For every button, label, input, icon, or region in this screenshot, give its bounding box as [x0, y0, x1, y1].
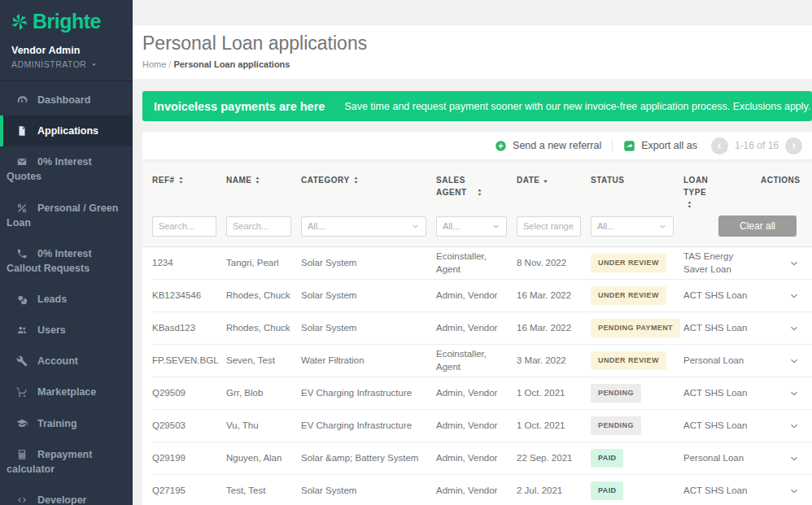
banner-headline: Invoiceless payments are here: [154, 100, 325, 113]
chevron-down-icon: [411, 222, 420, 231]
cell-category: Water Filtration: [301, 355, 436, 368]
pagination: 1-16 of 16: [711, 137, 802, 155]
cell-name: Seven, Test: [226, 355, 301, 368]
sidebar-item-label: Leads: [37, 294, 67, 305]
sort-icon: [475, 188, 484, 197]
cell-status: UNDER REVIEW: [591, 286, 683, 304]
expand-row-icon[interactable]: [788, 485, 800, 497]
sidebar-item-label: Marketplace: [37, 386, 96, 398]
column-header-date[interactable]: DATE: [517, 174, 591, 186]
cell-date: 3 Mar. 2022: [517, 355, 591, 368]
sidebar-item-interest-quotes[interactable]: 0% Interest Quotes: [0, 146, 133, 192]
sort-icon: [685, 200, 694, 209]
cell-agent: Admin, Vendor: [436, 387, 517, 400]
export-all-button[interactable]: Export all as: [623, 140, 697, 152]
cell-name: Rhodes, Chuck: [226, 290, 301, 303]
wrench-icon: [15, 355, 28, 367]
cell-date: 1 Oct. 2021: [517, 420, 591, 433]
sidebar-item-label: Developer: [37, 494, 86, 505]
category-filter-value: All...: [308, 221, 325, 231]
user-name: Vendor Admin: [11, 45, 123, 56]
cell-actions: [761, 485, 812, 497]
pagination-next-button[interactable]: [785, 137, 802, 155]
expand-row-icon[interactable]: [788, 453, 800, 464]
sidebar-item-users[interactable]: Users: [0, 315, 133, 346]
expand-row-icon[interactable]: [788, 388, 800, 399]
expand-row-icon[interactable]: [788, 323, 800, 334]
column-header-sales-agent[interactable]: SALES AGENT: [436, 174, 517, 198]
expand-row-icon[interactable]: [788, 420, 800, 432]
sidebar-item-label: Account: [37, 355, 78, 367]
code-icon: [15, 494, 28, 505]
cell-ref: Q29503: [152, 420, 226, 433]
graduation-cap-icon: [15, 418, 28, 429]
cell-ref: KB1234546: [152, 290, 226, 303]
sidebar: Brighte Vendor Admin ADMINISTRATOR Dashb…: [0, 0, 133, 505]
cell-actions: [761, 388, 812, 399]
applications-table: REF#NAMECATEGORYSALES AGENTDATESTATUSLOA…: [142, 163, 812, 505]
cell-actions: [761, 323, 812, 334]
send-referral-button[interactable]: Send a new referral: [495, 140, 601, 152]
clear-all-button[interactable]: Clear all: [718, 215, 797, 237]
brand-name: Brighte: [33, 10, 101, 33]
sidebar-item-developer[interactable]: Developer: [0, 485, 133, 505]
plus-circle-icon: [495, 140, 507, 152]
column-label: CATEGORY: [301, 176, 350, 185]
column-header-category[interactable]: CATEGORY: [301, 174, 436, 186]
cell-loan-type: ACT SHS Loan: [683, 387, 761, 400]
name-search-input[interactable]: [226, 216, 291, 237]
breadcrumb-home[interactable]: Home: [142, 59, 166, 69]
cell-name: Grr, Blob: [226, 387, 301, 400]
cell-actions: [761, 355, 812, 367]
column-header-row: REF#NAMECATEGORYSALES AGENTDATESTATUSLOA…: [152, 174, 812, 211]
sidebar-item-marketplace[interactable]: Marketplace: [0, 377, 133, 407]
sidebar-item-repayment-calculator[interactable]: Repayment calculator: [0, 439, 133, 485]
brighte-logo[interactable]: Brighte: [0, 0, 133, 38]
send-referral-label: Send a new referral: [513, 140, 601, 151]
table-row[interactable]: Q27195Test, TestSolar SystemAdmin, Vendo…: [152, 475, 812, 505]
sort-desc-icon: [541, 176, 550, 185]
category-filter-select[interactable]: All...: [301, 216, 426, 237]
pagination-prev-button[interactable]: [711, 137, 728, 155]
status-filter-select[interactable]: All...: [591, 216, 674, 237]
expand-row-icon[interactable]: [788, 258, 800, 269]
sidebar-item-applications[interactable]: Applications: [0, 115, 133, 146]
expand-row-icon[interactable]: [788, 355, 800, 367]
table-toolbar: Send a new referral Export all as 1-16 o…: [142, 132, 812, 159]
expand-row-icon[interactable]: [788, 290, 800, 302]
date-range-input[interactable]: [517, 216, 581, 237]
sidebar-item-training[interactable]: Training: [0, 408, 133, 439]
status-badge: UNDER REVIEW: [591, 351, 666, 369]
table-row[interactable]: KBasd123Rhodes, ChuckSolar SystemAdmin, …: [152, 312, 812, 345]
cell-date: 1 Oct. 2021: [517, 387, 591, 400]
table-row[interactable]: Q29503Vu, ThuEV Charging InfrastructureA…: [152, 410, 812, 442]
column-header-name[interactable]: NAME: [226, 174, 301, 186]
column-header-loan-type[interactable]: LOAN TYPE: [683, 174, 724, 211]
sidebar-item-interest-callout-requests[interactable]: 0% Interest Callout Requests: [0, 238, 133, 284]
status-filter-value: All...: [597, 221, 614, 231]
main-content: Personal Loan applications Home/Personal…: [133, 0, 812, 505]
table-row[interactable]: FP.SEVEN.BGLSeven, TestWater FiltrationE…: [152, 345, 812, 377]
sidebar-item-leads[interactable]: Leads: [0, 284, 133, 315]
user-role-dropdown[interactable]: ADMINISTRATOR: [11, 59, 123, 69]
export-icon: [623, 140, 635, 152]
table-row[interactable]: Q29199Nguyen, AlanSolar &amp; Battery Sy…: [152, 442, 812, 475]
cell-ref: Q29509: [152, 387, 226, 400]
ref-search-input[interactable]: [152, 216, 216, 237]
sidebar-item-personal-green-loan[interactable]: Personal / Green Loan: [0, 193, 133, 238]
column-label: ACTIONS: [761, 176, 801, 185]
table-row[interactable]: KB1234546Rhodes, ChuckSolar SystemAdmin,…: [152, 280, 812, 312]
table-row[interactable]: 1234Tangri, PearlSolar SystemEcoinstalle…: [152, 247, 812, 280]
cell-name: Rhodes, Chuck: [226, 322, 301, 335]
file-icon: [15, 125, 28, 137]
cell-status: PENDING: [591, 416, 683, 434]
column-header-ref[interactable]: REF#: [152, 174, 226, 186]
table-row[interactable]: Q29509Grr, BlobEV Charging Infrastructur…: [152, 377, 812, 410]
cell-agent: Ecoinstaller, Agent: [436, 250, 517, 276]
agent-filter-select[interactable]: All...: [436, 216, 507, 237]
column-label: REF#: [152, 176, 175, 185]
sidebar-item-dashboard[interactable]: Dashboard: [0, 85, 133, 115]
cell-ref: 1234: [152, 257, 226, 270]
cell-status: PAID: [591, 449, 683, 467]
sidebar-item-account[interactable]: Account: [0, 346, 133, 377]
